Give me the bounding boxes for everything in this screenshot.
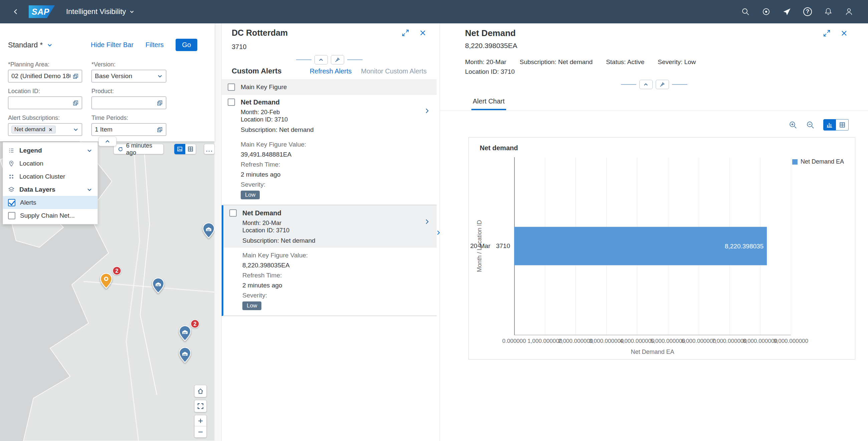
back-icon[interactable] — [10, 6, 21, 18]
chart-bar[interactable]: 8,220.398035 — [514, 227, 767, 265]
planning-area-input[interactable]: 02 (Unified Demo 1802) — [8, 70, 82, 83]
layer-row-supply-chain[interactable]: Supply Chain Net... — [3, 209, 97, 222]
panel-splitter[interactable] — [437, 23, 440, 441]
chevron-right-icon[interactable] — [423, 218, 431, 225]
chart-gridline — [791, 157, 791, 335]
version-select[interactable]: Base Version — [91, 70, 166, 83]
filter-bar-actions: Hide Filter Bar Filters Go — [91, 39, 197, 51]
user-icon[interactable] — [844, 7, 854, 17]
chevron-right-icon[interactable] — [423, 107, 431, 115]
select-all-checkbox[interactable] — [228, 84, 235, 91]
location-id-input[interactable] — [8, 96, 82, 109]
alert-location: Location ID: 3710 — [241, 116, 417, 123]
chevron-down-icon[interactable] — [87, 187, 92, 193]
variant-selector[interactable]: Standard * — [8, 41, 53, 50]
legend-header[interactable]: Legend — [3, 144, 97, 157]
alert-cluster-badge[interactable]: 2 — [191, 319, 199, 328]
map-pin-location[interactable] — [152, 277, 164, 295]
help-icon[interactable]: ? — [803, 7, 813, 17]
refresh-alerts-link[interactable]: Refresh Alerts — [310, 67, 352, 75]
mkf-label: Main Key Figure Value: — [241, 139, 431, 150]
data-layers-header[interactable]: Data Layers — [3, 183, 97, 196]
expand-panel-icon[interactable] — [401, 29, 410, 37]
token-net-demand[interactable]: Net demand — [11, 126, 56, 133]
alert-list-item[interactable]: Net Demand Month: 20-Feb Location ID: 37… — [222, 94, 437, 205]
chart-zoom-out-icon[interactable] — [806, 121, 814, 129]
map-rect-select-button[interactable] — [194, 400, 207, 412]
chart-x-axis-title: Net Demand EA — [514, 349, 791, 355]
value-help-icon[interactable] — [72, 100, 79, 106]
refresh-time-label: Refresh Time: — [242, 271, 431, 280]
alert-subscription: Subscription: Net demand — [241, 126, 431, 133]
map-home-button[interactable] — [194, 385, 207, 397]
collapse-header-button[interactable] — [314, 55, 328, 64]
sap-logo: SAP — [29, 5, 55, 18]
chart-zoom-in-icon[interactable] — [788, 121, 797, 129]
chevron-up-icon — [318, 57, 324, 63]
search-icon[interactable] — [741, 7, 750, 17]
map-pin-alert[interactable] — [100, 273, 113, 290]
map-pin-location[interactable] — [202, 222, 215, 240]
pin-header-button[interactable] — [331, 55, 344, 64]
copilot-icon[interactable] — [761, 7, 771, 17]
chart-legend[interactable]: Net Demand EA — [792, 158, 844, 165]
legend-item-location-cluster[interactable]: Location Cluster — [3, 170, 97, 183]
legend-item-location[interactable]: Location — [3, 157, 97, 170]
map-pin-location[interactable] — [179, 347, 191, 365]
close-panel-icon[interactable] — [840, 29, 848, 37]
chevron-down-icon — [129, 9, 134, 14]
monitor-custom-alerts-link[interactable]: Monitor Custom Alerts — [361, 67, 427, 75]
value-help-icon[interactable] — [157, 127, 163, 133]
value-help-icon[interactable] — [72, 73, 79, 80]
custom-alerts-panel: DC Rotterdam 3710 Custom Alerts Refresh … — [221, 23, 437, 441]
send-feedback-icon[interactable] — [782, 7, 792, 17]
map-pin-location[interactable] — [179, 325, 191, 343]
product-input[interactable] — [91, 96, 166, 109]
alerts-checkbox[interactable] — [8, 199, 16, 206]
chart-view-button[interactable] — [823, 119, 836, 130]
go-button[interactable]: Go — [176, 39, 197, 51]
alerts-group-header[interactable]: Main Key Figure — [222, 80, 437, 94]
zoom-in-button[interactable]: + — [194, 415, 207, 426]
table-view-toggle[interactable] — [185, 144, 196, 154]
collapse-filter-bar-button[interactable] — [98, 136, 117, 146]
layer-row-alerts[interactable]: Alerts — [3, 196, 97, 209]
notifications-icon[interactable] — [823, 7, 833, 17]
token-remove-icon[interactable] — [49, 128, 53, 132]
shell-header: SAP Intelligent Visibility ? — [0, 0, 868, 23]
alert-item-checkbox[interactable] — [229, 209, 237, 217]
filters-link[interactable]: Filters — [146, 41, 163, 49]
zoom-out-button[interactable]: − — [194, 426, 207, 438]
layer-label: Supply Chain Net... — [20, 212, 92, 219]
alert-list-item-selected[interactable]: Net Demand Month: 20-Mar Location ID: 37… — [222, 205, 437, 316]
hide-filter-bar-link[interactable]: Hide Filter Bar — [91, 41, 133, 49]
alert-chart-card: Net demand Net Demand EA Month / Locatio… — [468, 137, 855, 359]
alert-subscriptions-input[interactable]: Net demand — [8, 123, 82, 136]
version-label: *Version: — [91, 61, 166, 68]
close-panel-icon[interactable] — [419, 29, 427, 37]
time-periods-input[interactable]: 1 Item — [91, 123, 166, 136]
alert-cluster-badge[interactable]: 2 — [113, 266, 122, 276]
table-view-button[interactable] — [836, 119, 849, 130]
expand-splitter-button[interactable] — [434, 227, 442, 239]
chevron-down-icon[interactable] — [73, 127, 79, 132]
left-scrollbar[interactable] — [215, 23, 221, 441]
app-title-menu[interactable]: Intelligent Visibility — [66, 7, 134, 16]
map-view-toggle[interactable] — [174, 144, 185, 154]
refresh-time-value: 2 minutes ago — [241, 169, 431, 180]
expand-panel-icon[interactable] — [823, 29, 831, 37]
supply-chain-checkbox[interactable] — [8, 212, 16, 219]
value-help-icon[interactable] — [157, 100, 163, 106]
map-overflow-button[interactable]: ... — [204, 144, 215, 154]
alert-item-checkbox[interactable] — [228, 98, 235, 106]
refresh-button[interactable]: 6 minutes ago — [114, 144, 163, 154]
collapse-header-button[interactable] — [639, 80, 653, 89]
chevron-down-icon[interactable] — [87, 148, 92, 154]
meta-subscription: Subscription: Net demand — [520, 58, 593, 66]
tab-alert-chart[interactable]: Alert Chart — [471, 94, 506, 110]
custom-alerts-section: Custom Alerts Refresh Alerts Monitor Cus… — [222, 65, 437, 80]
map[interactable]: Legend Location Location Cluster Data La… — [0, 141, 215, 441]
pin-header-button[interactable] — [656, 80, 669, 89]
chevron-down-icon[interactable] — [157, 73, 163, 79]
planning-area-label: *Planning Area: — [8, 61, 82, 68]
